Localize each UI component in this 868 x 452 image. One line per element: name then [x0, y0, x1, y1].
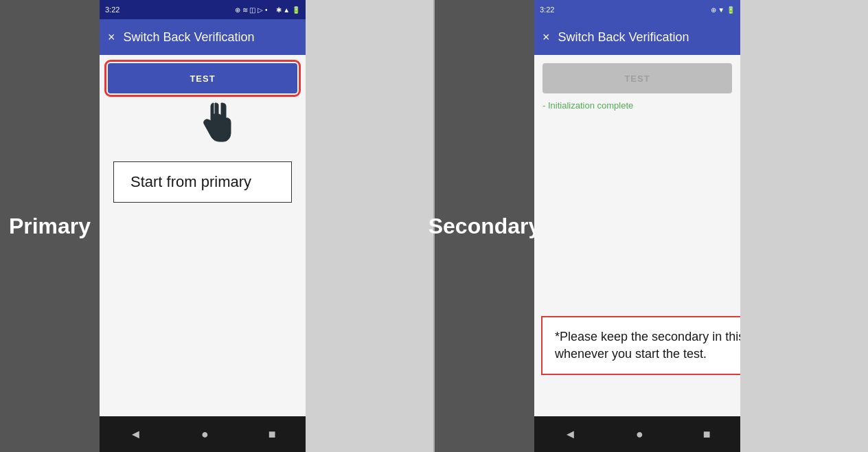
secondary-time: 3:22 [540, 5, 554, 14]
secondary-phone: 3:22 ⊕ ▼ 🔋 × Switch Back Verification TE… [534, 0, 740, 452]
primary-time: 3:22 [105, 5, 119, 14]
secondary-home-button[interactable]: ● [636, 427, 643, 442]
primary-label: Primary [0, 0, 100, 452]
start-from-primary-box: Start from primary [113, 161, 292, 203]
secondary-content: TEST - Initialization complete *Please k… [534, 55, 740, 416]
primary-app-title: Switch Back Verification [124, 30, 255, 45]
secondary-back-button[interactable]: ◄ [564, 427, 576, 442]
secondary-test-button[interactable]: TEST [542, 63, 732, 93]
notice-box: *Please keep the secondary in this state… [541, 316, 740, 375]
primary-recents-button[interactable]: ■ [269, 427, 276, 442]
primary-content: TEST Start from primary [100, 55, 306, 416]
primary-nav-bar: ◄ ● ■ [100, 416, 306, 452]
secondary-app-bar: × Switch Back Verification [534, 19, 740, 55]
secondary-nav-bar: ◄ ● ■ [534, 416, 740, 452]
secondary-recents-button[interactable]: ■ [703, 427, 711, 442]
primary-notification-icons: ⊕ ≋ ◫ ▷ • [235, 6, 268, 14]
primary-status-bar: 3:22 ⊕ ≋ ◫ ▷ • ✱ ▲ 🔋 [100, 0, 306, 19]
left-panel: Primary 3:22 ⊕ ≋ ◫ ▷ • ✱ ▲ 🔋 × Switch Ba… [0, 0, 433, 452]
secondary-app-title: Switch Back Verification [558, 30, 689, 45]
secondary-label: Secondary [435, 0, 534, 452]
primary-back-button[interactable]: ◄ [129, 427, 141, 442]
primary-home-button[interactable]: ● [201, 427, 209, 442]
hand-cursor-icon [196, 102, 233, 155]
primary-phone: 3:22 ⊕ ≋ ◫ ▷ • ✱ ▲ 🔋 × Switch Back Verif… [100, 0, 306, 452]
secondary-status-icons: ⊕ ▼ 🔋 [711, 6, 735, 14]
initialization-status: - Initialization complete [542, 100, 732, 111]
primary-close-button[interactable]: × [108, 30, 115, 45]
primary-signal-icons: ✱ ▲ 🔋 [276, 6, 300, 14]
primary-status-icons: ⊕ ≋ ◫ ▷ • ✱ ▲ 🔋 [235, 6, 300, 14]
secondary-close-button[interactable]: × [542, 30, 550, 45]
secondary-signal-icons: ⊕ ▼ 🔋 [711, 6, 735, 14]
primary-test-button[interactable]: TEST [108, 63, 297, 93]
secondary-status-bar: 3:22 ⊕ ▼ 🔋 [534, 0, 740, 19]
primary-app-bar: × Switch Back Verification [100, 19, 306, 55]
right-panel: Secondary 3:22 ⊕ ▼ 🔋 × Switch Back Verif… [435, 0, 868, 452]
